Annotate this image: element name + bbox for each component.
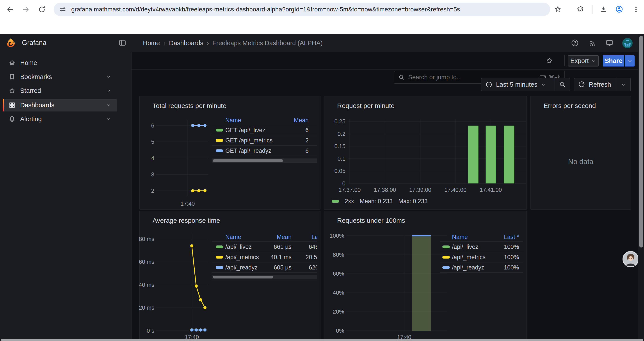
series-color-chip <box>216 129 223 131</box>
legend-cell-mean: 605 µs <box>252 264 292 271</box>
bar <box>486 126 496 183</box>
y-tick-label: 0 <box>310 180 346 187</box>
series-color-chip <box>216 245 223 248</box>
series-color-chip <box>216 149 223 152</box>
column-header[interactable]: Mean <box>252 234 292 240</box>
legend-cell-last: 20.5 ms <box>287 254 318 260</box>
data-point <box>204 306 206 309</box>
column-header[interactable]: Name <box>225 117 241 124</box>
legend-cell-name: GET /api/_readyz <box>225 147 271 154</box>
y-tick-label: 4 <box>119 155 154 162</box>
legend-cell-mean: 6 <box>269 127 309 133</box>
chart-p4 <box>156 233 208 332</box>
data-point <box>199 298 202 301</box>
series-color-chip <box>442 256 450 258</box>
y-tick-label: 0% <box>309 327 344 334</box>
column-header[interactable]: Mean <box>269 117 309 124</box>
series-line <box>192 246 205 308</box>
data-point <box>190 328 193 331</box>
screen: grafana.mathmast.com/d/deytv4rwavabkb/fr… <box>0 0 644 341</box>
legend-2xx[interactable]: 2xx Mean: 0.233 Max: 0.233 <box>332 198 428 205</box>
legend-row[interactable]: /api/_livez661 µs646 µs <box>212 242 318 252</box>
chart-p5 <box>346 236 447 331</box>
y-tick-label: 20% <box>309 308 344 315</box>
x-tick-label: 17:40 <box>166 200 210 207</box>
data-point <box>191 189 194 192</box>
y-tick-label: 0.05 <box>310 168 346 174</box>
legend-scrollbar-thumb[interactable] <box>213 276 273 278</box>
legend-table-p5: NameLast */api/_livez100%/api/_metrics10… <box>440 233 523 273</box>
x-tick-label: 17:41:00 <box>469 187 513 193</box>
horizontal-scrollbar[interactable] <box>1 339 643 341</box>
legend-table-p4: NameMeanLast */api/_livez661 µs646 µs/ap… <box>212 233 318 273</box>
legend-cell-name: GET /api/_livez <box>225 127 266 133</box>
y-tick-label: 0 s <box>119 327 154 334</box>
chart-p1 <box>156 120 208 196</box>
y-tick-label: 2 <box>119 187 154 194</box>
data-point <box>204 124 206 127</box>
data-point <box>204 328 206 331</box>
legend-cell-last: 100% <box>480 264 519 271</box>
column-header[interactable]: Last * <box>287 234 318 240</box>
legend-cell-mean: 6 <box>269 147 309 154</box>
y-tick-label: 5 <box>119 138 154 145</box>
legend-cell-mean: 40.1 ms <box>252 254 292 260</box>
y-tick-label: 60 ms <box>119 258 154 265</box>
series-color-chip <box>332 200 339 203</box>
legend-table-header: NameMeanLast * <box>212 233 318 242</box>
data-point <box>190 244 193 247</box>
column-header[interactable]: Last * <box>480 234 519 240</box>
floating-assistant-avatar[interactable] <box>622 251 639 267</box>
data-point <box>191 124 194 127</box>
bar <box>412 236 431 331</box>
legend-cell-name: /api/_livez <box>225 243 252 250</box>
y-tick-label: 80 ms <box>119 236 154 242</box>
legend-row[interactable]: GET /api/_livez6 <box>212 125 318 135</box>
legend-series-label: 2xx <box>345 198 354 205</box>
legend-cell-last: 620 µs <box>287 264 318 271</box>
legend-table-header: NameLast * <box>440 233 523 242</box>
charts-overlay: 6543217:400.250.20.150.10.05017:37:0017:… <box>0 0 644 341</box>
legend-row[interactable]: /api/_readyz100% <box>440 262 523 273</box>
legend-row[interactable]: GET /api/_readyz6 <box>212 146 318 156</box>
y-tick-label: 3 <box>119 171 154 178</box>
legend-scrollbar-thumb[interactable] <box>213 159 283 162</box>
data-point <box>195 284 198 287</box>
column-header[interactable]: Name <box>225 234 241 240</box>
data-point <box>197 189 200 192</box>
data-point <box>197 124 200 127</box>
bar <box>504 126 514 183</box>
series-color-chip <box>442 266 450 269</box>
y-tick-label: 40% <box>309 289 344 296</box>
legend-row[interactable]: /api/_readyz605 µs620 µs <box>212 262 318 273</box>
legend-cell-name: /api/_livez <box>452 243 478 250</box>
vertical-scrollbar-thumb[interactable] <box>639 36 643 247</box>
legend-table-p1: NameMeanGET /api/_livez6GET /api/_metric… <box>212 116 318 156</box>
data-point <box>204 189 206 192</box>
legend-cell-mean: 2 <box>269 137 309 144</box>
legend-cell-last: 646 µs <box>287 243 318 250</box>
data-point <box>199 328 202 331</box>
legend-cell-mean: 661 µs <box>252 243 292 250</box>
legend-row[interactable]: /api/_metrics100% <box>440 252 523 262</box>
legend-table-header: NameMean <box>212 116 318 125</box>
legend-cell-last: 100% <box>480 243 519 250</box>
series-color-chip <box>442 245 450 248</box>
series-color-chip <box>216 266 223 269</box>
y-tick-label: 6 <box>119 122 154 129</box>
chart-p2 <box>348 120 526 183</box>
legend-cell-last: 100% <box>480 254 519 260</box>
bar <box>468 126 478 183</box>
series-color-chip <box>216 139 223 142</box>
data-point <box>195 328 198 331</box>
legend-row[interactable]: /api/_metrics40.1 ms20.5 ms <box>212 252 318 262</box>
legend-max: Max: 0.233 <box>398 198 428 205</box>
legend-cell-name: GET /api/_metrics <box>225 137 273 144</box>
y-tick-label: 20 ms <box>119 304 154 311</box>
y-tick-label: 40 ms <box>119 281 154 288</box>
legend-row[interactable]: /api/_livez100% <box>440 242 523 252</box>
series-color-chip <box>216 256 223 258</box>
legend-mean: Mean: 0.233 <box>360 198 392 205</box>
column-header[interactable]: Name <box>452 234 468 240</box>
legend-row[interactable]: GET /api/_metrics2 <box>212 135 318 146</box>
